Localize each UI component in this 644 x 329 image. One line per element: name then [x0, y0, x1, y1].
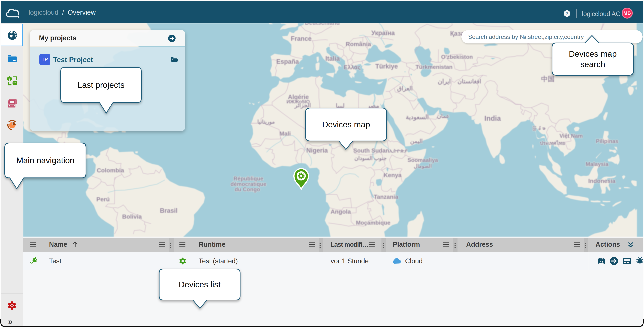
svg-text:موريتانيا: موريتانيا [257, 119, 275, 125]
svg-text:Deutschland: Deutschland [305, 23, 340, 26]
svg-text:Україна: Україна [372, 29, 395, 37]
svg-text:عمان: عمان [437, 113, 450, 119]
svg-text:République: République [234, 176, 264, 182]
svg-text:ایران: ایران [438, 78, 451, 85]
svg-text:Việt Nam: Việt Nam [560, 133, 583, 139]
svg-text:اليمن: اليمن [410, 138, 422, 145]
svg-text:السعودية: السعودية [406, 114, 429, 121]
svg-text:Mali: Mali [280, 130, 291, 137]
svg-text:Türkmenistan: Türkmenistan [416, 64, 452, 70]
svg-text:Türkiye: Türkiye [375, 63, 398, 70]
svg-text:Angola: Angola [330, 208, 351, 215]
svg-text:Perú: Perú [96, 196, 110, 203]
svg-text:Colombia: Colombia [97, 167, 124, 174]
svg-text:Italia: Italia [325, 55, 340, 62]
svg-text:Bolivia: Bolivia [122, 213, 142, 220]
svg-text:الصومال: الصومال [414, 163, 432, 169]
svg-text:Pilipinas: Pilipinas [596, 138, 618, 144]
svg-text:Soomaaliya: Soomaaliya [408, 157, 438, 163]
svg-text:Malaysia: Malaysia [586, 161, 608, 167]
svg-text:ኢትዮጵያ: ኢትዮጵያ [389, 148, 408, 154]
svg-text:Indonesia: Indonesia [588, 178, 616, 184]
svg-text:Brasil: Brasil [160, 207, 178, 214]
svg-text:Ελλάς: Ελλάς [344, 64, 361, 71]
svg-text:Tanzania: Tanzania [374, 194, 398, 200]
svg-text:France: France [291, 35, 312, 42]
svg-text:မြန်မာ: မြန်မာ [532, 126, 546, 131]
svg-text:جنوب السودان: جنوب السودان [354, 155, 386, 161]
svg-text:Kenya: Kenya [384, 172, 402, 178]
svg-text:O'zbekiston: O'zbekiston [441, 54, 473, 60]
svg-text:ประเทศไทย: ประเทศไทย [540, 140, 565, 146]
svg-text:العراق: العراق [397, 85, 413, 92]
svg-text:India: India [484, 114, 501, 122]
svg-text:România: România [346, 41, 371, 47]
svg-text:Moçambique: Moçambique [356, 219, 390, 226]
svg-text:افغانستان: افغانستان [458, 78, 481, 85]
svg-text:España: España [276, 58, 299, 65]
svg-text:du Congo: du Congo [235, 186, 260, 192]
